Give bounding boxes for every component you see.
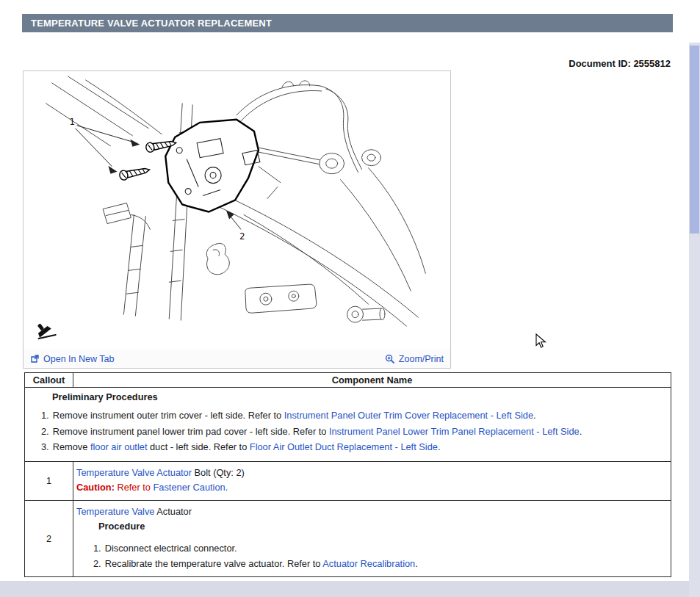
component-cell: Temperature Valve Actuator Bolt (Qty: 2)… — [73, 462, 671, 500]
preliminary-step: 2.Remove instrument panel lower trim pad… — [25, 424, 665, 440]
component-name-line: Temperature Valve Actuator — [76, 504, 665, 519]
step-text: duct - left side. Refer to — [147, 441, 249, 452]
step-text: Remove — [53, 441, 90, 452]
step-number: 1. — [41, 408, 49, 424]
procedure-label: Procedure — [98, 519, 665, 534]
component-cell: Temperature Valve Actuator Procedure 1.D… — [73, 501, 671, 576]
procedure-steps: 1.Disconnect electrical connector. 2.Rec… — [76, 540, 665, 571]
callout-2-label: 2 — [239, 231, 245, 242]
zoom-print-label[interactable]: Zoom/Print — [399, 354, 444, 364]
procedure-step: 2.Recalibrate the temperature valve actu… — [76, 556, 665, 571]
step-text: . — [580, 426, 582, 437]
scrollbar-track[interactable] — [689, 43, 700, 597]
preliminary-steps: 1.Remove instrument outer trim cover - l… — [25, 408, 665, 455]
figure-panel: 1 2 — [23, 70, 451, 369]
instrument-panel-outer-trim-cover-replacement-link[interactable]: Instrument Panel Outer Trim Cover Replac… — [284, 410, 533, 421]
mouse-cursor — [535, 333, 547, 350]
callout-column-header: Callout — [25, 373, 73, 387]
step-text: . — [415, 558, 418, 569]
floor-air-outlet-link[interactable]: floor air outlet — [90, 441, 148, 452]
component-name-column-header: Component Name — [73, 373, 671, 387]
caution-text: Refer to — [115, 482, 154, 493]
open-in-new-tab-label[interactable]: Open In New Tab — [43, 354, 114, 364]
table-row-callout-1: 1 Temperature Valve Actuator Bolt (Qty: … — [25, 462, 671, 501]
table-header-row: Callout Component Name — [25, 373, 671, 388]
actuator-recalibration-link[interactable]: Actuator Recalibration — [322, 558, 415, 569]
callout-cell: 1 — [25, 462, 73, 500]
step-text: . — [533, 410, 536, 421]
line-art: 1 2 — [24, 71, 450, 350]
step-number: 1. — [93, 540, 101, 556]
component-name-line: Temperature Valve Actuator Bolt (Qty: 2) — [76, 466, 665, 480]
title-bar: TEMPERATURE VALVE ACTUATOR REPLACEMENT — [22, 14, 673, 32]
fastener-caution-link[interactable]: Fastener Caution — [154, 482, 225, 493]
step-text: Remove instrument panel lower trim pad c… — [53, 426, 329, 437]
step-text: Remove instrument outer trim cover - lef… — [53, 410, 284, 421]
step-text: Recalibrate the temperature valve actuat… — [105, 558, 323, 569]
bottom-band — [0, 581, 689, 597]
callout-cell: 2 — [25, 501, 73, 576]
callout-1: 1 — [70, 117, 140, 174]
page-root: TEMPERATURE VALVE ACTUATOR REPLACEMENT D… — [0, 0, 700, 597]
zoom-print-link[interactable]: Zoom/Print — [385, 354, 444, 364]
callout-table: Callout Component Name Preliminary Proce… — [24, 372, 671, 577]
step-number: 3. — [41, 439, 49, 455]
step-text: . — [438, 441, 441, 452]
component-name-rest: Bolt (Qty: 2) — [192, 467, 245, 478]
temperature-valve-actuator-link[interactable]: Temperature Valve Actuator — [76, 467, 192, 478]
magnifier-plus-icon[interactable] — [385, 354, 395, 364]
step-number: 2. — [41, 424, 49, 440]
document-id: Document ID: 2555812 — [569, 58, 671, 69]
floor-air-outlet-duct-replacement-link[interactable]: Floor Air Outlet Duct Replacement - Left… — [250, 441, 438, 452]
page-title: TEMPERATURE VALVE ACTUATOR REPLACEMENT — [31, 18, 272, 29]
step-text: Disconnect electrical connector. — [105, 543, 237, 554]
preliminary-step: 3.Remove floor air outlet duct - left si… — [25, 439, 665, 455]
stamp-icon — [33, 320, 56, 339]
caution-label: Caution: — [76, 482, 115, 493]
component-name-rest: Actuator — [154, 506, 192, 517]
actuator-outline — [165, 120, 260, 212]
caution-line: Caution: Refer to Fastener Caution. — [76, 480, 665, 495]
caution-period: . — [225, 482, 228, 493]
temperature-valve-link[interactable]: Temperature Valve — [76, 506, 154, 517]
preliminary-procedures-title: Preliminary Procedures — [25, 391, 665, 408]
scrollbar-thumb[interactable] — [690, 46, 699, 234]
technical-illustration: 1 2 — [24, 71, 450, 350]
open-in-new-tab-link[interactable]: Open In New Tab — [30, 354, 114, 364]
procedure-step: 1.Disconnect electrical connector. — [76, 540, 665, 556]
preliminary-step: 1.Remove instrument outer trim cover - l… — [25, 408, 665, 424]
figure-toolbar: Open In New Tab Zoom/Print — [24, 350, 450, 368]
callout-1-label: 1 — [70, 117, 76, 127]
step-number: 2. — [93, 556, 101, 571]
table-row-callout-2: 2 Temperature Valve Actuator Procedure 1… — [25, 501, 671, 576]
instrument-panel-lower-trim-panel-replacement-link[interactable]: Instrument Panel Lower Trim Panel Replac… — [329, 426, 580, 437]
preliminary-procedures-row: Preliminary Procedures 1.Remove instrume… — [25, 388, 671, 462]
screw-icon-2 — [119, 165, 151, 181]
open-in-new-tab-icon[interactable] — [30, 354, 40, 363]
